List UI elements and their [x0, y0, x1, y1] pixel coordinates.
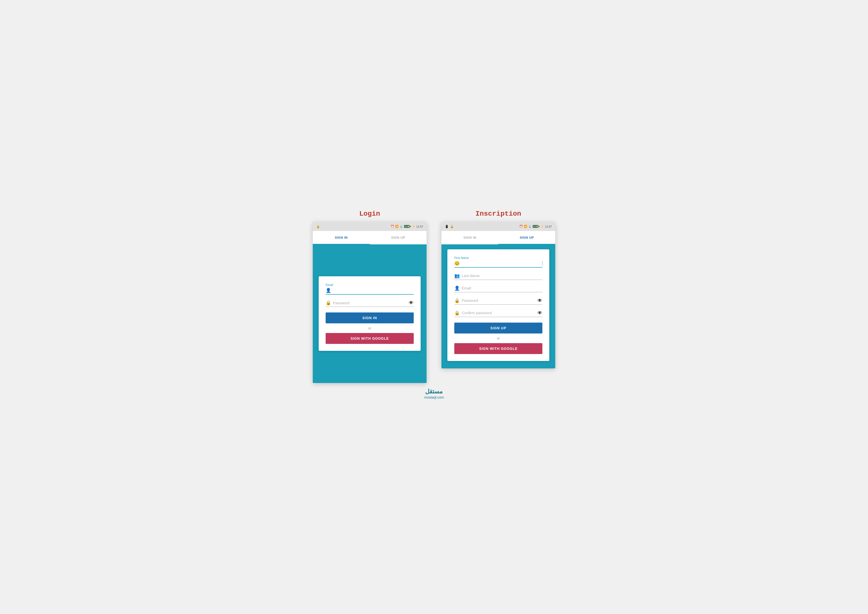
- insc-sim-icon: 📱: [445, 225, 449, 228]
- confirm-password-input-row: 🔒 👁️: [454, 310, 542, 317]
- google-sign-in-button[interactable]: SIGN WITH GOOGLE: [326, 333, 414, 344]
- watermark-url: mostaql.com: [424, 395, 444, 399]
- signup-form-card: First Name 😊 👥: [447, 249, 549, 361]
- signup-body: First Name 😊 👥: [442, 249, 555, 368]
- signup-password-group: 🔒 👁️: [454, 298, 542, 305]
- login-phone-body: Email 👤 🔒 👁️: [313, 244, 426, 383]
- last-name-input-row: 👥: [454, 273, 542, 280]
- last-name-group: 👥: [454, 273, 542, 280]
- password-group: 🔒 👁️: [326, 300, 414, 307]
- email-input[interactable]: [333, 288, 414, 293]
- logo-arabic-text: مستقل: [425, 388, 443, 395]
- confirm-lock-icon: 🔒: [454, 310, 460, 316]
- google-sign-up-button[interactable]: SIGN WITH GOOGLE: [454, 343, 542, 354]
- lock-icon: 🔒: [316, 225, 320, 228]
- confirm-password-input[interactable]: [462, 311, 535, 315]
- tab-sign-up-insc[interactable]: SIGN UP: [498, 231, 555, 244]
- inscription-phone-frame: 📱 🔒 ⏰ 📶 📡 ⚡ 11:57 SI: [442, 222, 555, 368]
- insc-lock-icon: 🔒: [450, 225, 454, 228]
- or-text-login: or: [326, 326, 414, 330]
- confirm-password-group: 🔒 👁️: [454, 310, 542, 317]
- insc-charge-icon: ⚡: [540, 225, 544, 228]
- insc-signal-icon: 📡: [528, 225, 532, 228]
- alarm-icon: ⏰: [391, 225, 394, 228]
- text-cursor: [542, 261, 542, 266]
- wifi-icon: 📶: [395, 225, 398, 228]
- signup-email-group: 👤: [454, 286, 542, 292]
- inscription-tab-bar: SIGN IN SIGN UP: [442, 231, 555, 244]
- sign-up-button[interactable]: SIGN UP: [454, 323, 542, 334]
- password-input-row: 🔒 👁️: [326, 300, 414, 307]
- tab-underline: [313, 244, 370, 244]
- insc-tab-underline: [498, 244, 555, 244]
- insc-status-right: ⏰ 📶 📡 ⚡ 11:57: [519, 225, 552, 228]
- insc-battery-icon: [533, 225, 539, 228]
- person-icon: 👤: [326, 288, 331, 293]
- insc-time-display: 11:57: [545, 225, 552, 228]
- signup-lock-icon: 🔒: [454, 298, 460, 303]
- eye-icon-signup-password[interactable]: 👁️: [537, 298, 542, 303]
- tab-sign-in-login[interactable]: SIGN IN: [313, 231, 370, 244]
- signup-password-input-row: 🔒 👁️: [454, 298, 542, 305]
- battery-icon: [404, 225, 411, 228]
- lock-field-icon: 🔒: [326, 300, 331, 306]
- inscription-status-bar: 📱 🔒 ⏰ 📶 📡 ⚡ 11:57: [442, 222, 555, 231]
- smiley-icon: 😊: [454, 261, 460, 266]
- watermark: مستقل mostaql.com: [424, 388, 444, 399]
- last-name-input[interactable]: [462, 274, 542, 278]
- insc-status-left: 📱 🔒: [445, 225, 454, 228]
- login-form-card: Email 👤 🔒 👁️: [319, 276, 421, 351]
- login-section: Login 🔒 ⏰ 📶 📡 ⚡ 11:57: [313, 210, 426, 383]
- watermark-logo: مستقل: [424, 388, 444, 395]
- sign-in-button[interactable]: SIGN IN: [326, 312, 414, 323]
- tab-sign-in-insc[interactable]: SIGN IN: [442, 231, 498, 244]
- page-wrapper: Login 🔒 ⏰ 📶 📡 ⚡ 11:57: [285, 210, 583, 383]
- or-text-signup: or: [454, 336, 542, 340]
- email-label: Email: [326, 283, 414, 287]
- status-left: 🔒: [316, 225, 320, 228]
- login-tab-bar: SIGN IN SIGN UP: [313, 231, 426, 244]
- signup-person-icon: 👤: [454, 286, 460, 291]
- eye-icon-login[interactable]: 👁️: [408, 300, 414, 306]
- email-group: Email 👤: [326, 283, 414, 295]
- time-display: 11:57: [416, 225, 423, 228]
- signup-email-input[interactable]: [462, 286, 542, 290]
- inscription-section: Inscription 📱 🔒 ⏰ 📶 📡 ⚡ 1: [442, 210, 555, 368]
- signup-email-input-row: 👤: [454, 286, 542, 292]
- inscription-section-label: Inscription: [442, 210, 555, 218]
- insc-alarm-icon: ⏰: [519, 225, 523, 228]
- eye-icon-confirm[interactable]: 👁️: [537, 310, 542, 316]
- login-status-bar: 🔒 ⏰ 📶 📡 ⚡ 11:57: [313, 222, 426, 231]
- first-name-input[interactable]: [462, 261, 540, 266]
- first-name-input-row: 😊: [454, 261, 542, 267]
- first-name-label: First Name: [454, 256, 542, 260]
- status-right: ⏰ 📶 📡 ⚡ 11:57: [391, 225, 423, 228]
- email-input-row: 👤: [326, 288, 414, 295]
- first-name-group: First Name 😊: [454, 256, 542, 267]
- password-input[interactable]: [333, 301, 406, 305]
- login-phone-frame: 🔒 ⏰ 📶 📡 ⚡ 11:57 SIGN IN: [313, 222, 426, 383]
- login-section-label: Login: [313, 210, 426, 218]
- charge-icon: ⚡: [412, 225, 415, 228]
- tab-sign-up-login[interactable]: SIGN UP: [370, 231, 426, 244]
- group-icon: 👥: [454, 273, 460, 278]
- signal-icon: 📡: [400, 225, 403, 228]
- insc-wifi-icon: 📶: [524, 225, 527, 228]
- signup-password-input[interactable]: [462, 298, 535, 303]
